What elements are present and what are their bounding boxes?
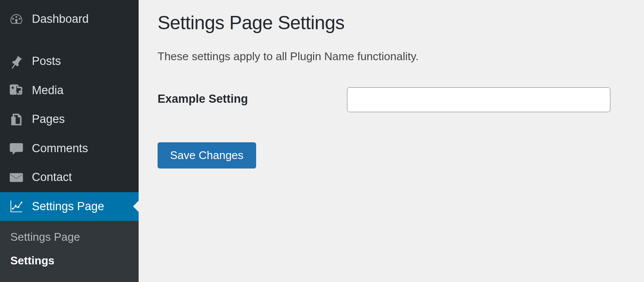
sidebar-item-label: Media: [32, 84, 64, 97]
pushpin-icon: [9, 54, 24, 69]
sidebar-item-comments[interactable]: Comments: [0, 134, 139, 163]
setting-field: [347, 87, 610, 112]
media-icon: [9, 83, 24, 98]
setting-row-example: Example Setting: [158, 87, 625, 112]
sidebar-item-label: Settings Page: [32, 200, 104, 213]
setting-label: Example Setting: [158, 87, 347, 106]
chart-line-icon: [9, 199, 24, 214]
sidebar-item-label: Pages: [32, 113, 65, 126]
dashboard-icon: [9, 12, 24, 27]
envelope-icon: [9, 170, 24, 185]
sidebar-item-contact[interactable]: Contact: [0, 163, 139, 192]
example-setting-input[interactable]: [347, 87, 610, 112]
main-content: Settings Page Settings These settings ap…: [139, 0, 644, 282]
comments-icon: [9, 141, 24, 156]
sidebar-item-dashboard[interactable]: Dashboard: [0, 0, 139, 38]
admin-sidebar: Dashboard Posts Media Pages Commen: [0, 0, 139, 282]
submenu-item-settings[interactable]: Settings: [0, 249, 139, 273]
sidebar-submenu: Settings Page Settings: [0, 221, 139, 282]
sidebar-item-settings-page[interactable]: Settings Page: [0, 192, 139, 221]
sidebar-item-label: Contact: [32, 171, 72, 184]
sidebar-item-posts[interactable]: Posts: [0, 47, 139, 76]
pages-icon: [9, 112, 24, 127]
sidebar-item-pages[interactable]: Pages: [0, 105, 139, 134]
submenu-item-settings-page[interactable]: Settings Page: [0, 225, 139, 249]
sidebar-item-label: Posts: [32, 55, 61, 68]
sidebar-item-label: Comments: [32, 142, 88, 155]
page-description: These settings apply to all Plugin Name …: [158, 50, 625, 63]
sidebar-item-label: Dashboard: [32, 12, 89, 26]
save-changes-button[interactable]: Save Changes: [158, 142, 256, 169]
page-title: Settings Page Settings: [158, 12, 625, 34]
sidebar-item-media[interactable]: Media: [0, 76, 139, 105]
